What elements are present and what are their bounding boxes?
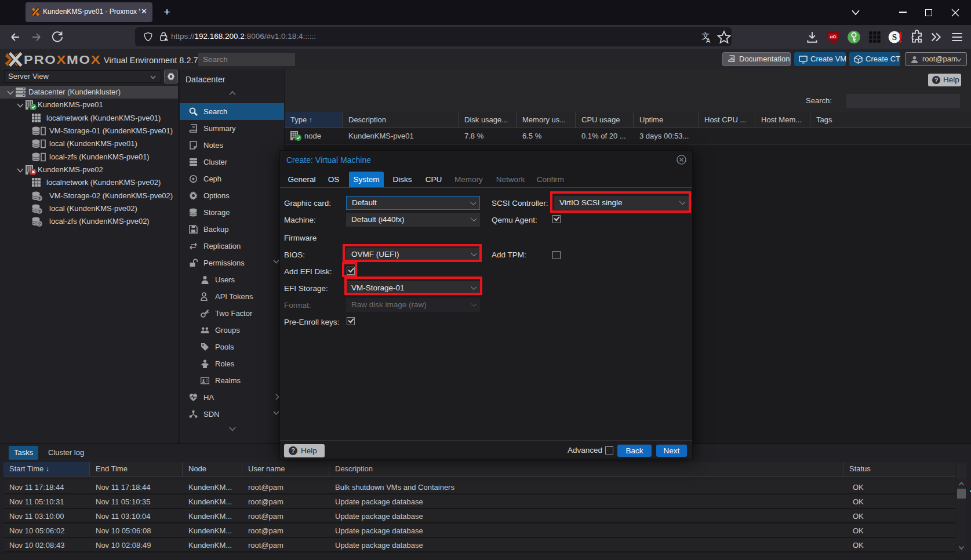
- svg-text:S: S: [892, 32, 897, 42]
- svg-text:A: A: [706, 37, 711, 44]
- svg-text:uO: uO: [830, 34, 837, 39]
